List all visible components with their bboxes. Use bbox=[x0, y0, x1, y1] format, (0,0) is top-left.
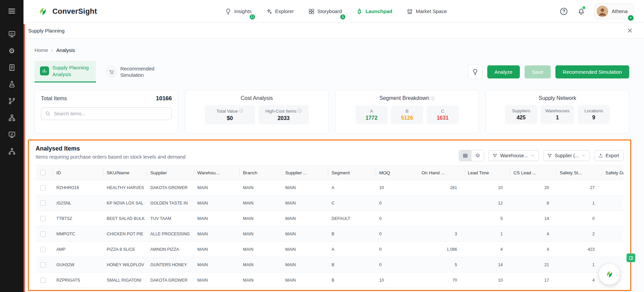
table-controls: Warehouse... Supplier (... Export bbox=[459, 150, 624, 161]
cell: CHICKEN POT PIE bbox=[103, 226, 147, 242]
cell: BEET SALAD BULK bbox=[103, 211, 147, 226]
monitor-check-icon[interactable] bbox=[8, 131, 16, 138]
close-icon[interactable] bbox=[627, 27, 633, 34]
nav-item-launchpad[interactable]: Launchpad bbox=[356, 8, 392, 15]
tabs-row: Supply Planning Analysis Recommended Sim… bbox=[35, 61, 629, 82]
breadcrumb-home[interactable]: Home bbox=[35, 47, 48, 53]
cell: SMALL RIGATONI bbox=[103, 273, 147, 288]
cell: 8 bbox=[510, 195, 556, 211]
export-button[interactable]: Export bbox=[594, 150, 624, 161]
nav-item-explorer[interactable]: Explorer bbox=[266, 8, 294, 15]
save-button[interactable]: Save bbox=[525, 65, 551, 78]
cell: A bbox=[328, 242, 376, 257]
info-icon[interactable]: ⓘ bbox=[239, 108, 243, 114]
column-header[interactable]: ID bbox=[53, 166, 103, 180]
cell: HONEY WILDFLOV bbox=[103, 257, 147, 273]
cell: /G2SNL bbox=[53, 195, 103, 211]
forms-icon[interactable] bbox=[8, 64, 16, 71]
cell bbox=[418, 195, 464, 211]
supplier-filter-dropdown[interactable]: Supplier (... bbox=[543, 150, 590, 161]
row-checkbox[interactable] bbox=[40, 278, 46, 283]
hamburger-menu-icon[interactable] bbox=[8, 7, 15, 15]
column-header[interactable]: Lead Time bbox=[464, 166, 510, 180]
column-header[interactable]: Segment bbox=[328, 166, 376, 180]
column-header[interactable]: Branch bbox=[240, 166, 282, 180]
column-header[interactable]: SKU/Name bbox=[103, 166, 147, 180]
table-row[interactable]: AMPPIZZA 8 SLICEAMNON PIZZAMAINMAINMAINA… bbox=[36, 242, 624, 257]
column-header[interactable]: Safety St... bbox=[556, 166, 602, 180]
cell: 17 bbox=[510, 273, 556, 288]
launchpad-icon bbox=[356, 8, 363, 15]
nav-item-insights[interactable]: Insights 11 bbox=[225, 8, 252, 15]
left-highlight-strip bbox=[23, 24, 25, 292]
stat-value: 9 bbox=[582, 115, 605, 121]
column-header[interactable]: Safety Da... bbox=[602, 166, 624, 180]
info-icon[interactable]: ⓘ bbox=[431, 96, 435, 101]
column-header[interactable]: Warehou... bbox=[194, 166, 240, 180]
row-checkbox[interactable] bbox=[40, 216, 46, 221]
recommended-simulation-button[interactable]: Recommended Simulation bbox=[555, 65, 629, 78]
workflow-icon[interactable] bbox=[8, 97, 16, 105]
analysed-items-table: IDSKU/NameSupplierWarehou...BranchSuppli… bbox=[36, 165, 624, 288]
cell: KP NOVA LOX SAL bbox=[103, 195, 147, 211]
warehouse-filter-dropdown[interactable]: Warehouse... bbox=[488, 150, 539, 161]
tab-recommended-simulation[interactable]: Recommended Simulation bbox=[106, 65, 154, 78]
lab-icon[interactable] bbox=[8, 80, 16, 88]
view-toggle bbox=[459, 150, 484, 161]
cell: MAIN bbox=[282, 242, 328, 257]
table-row[interactable]: GUH32WHONEY WILDFLOVGUNTERS HONEYMAINMAI… bbox=[36, 257, 624, 273]
locations-stat: Locations 9 bbox=[578, 105, 610, 124]
nav-item-market-space[interactable]: Market Space bbox=[406, 8, 447, 15]
cell: 423 bbox=[556, 242, 602, 257]
user-name: Athena bbox=[611, 8, 628, 14]
column-header[interactable]: On Hand ... bbox=[418, 166, 464, 180]
table-view-button[interactable] bbox=[459, 150, 472, 161]
tips-button[interactable] bbox=[468, 64, 483, 79]
table-row[interactable]: RZHHRO16HEALTHY HARVESDAKOTA GROWERMAINM… bbox=[36, 180, 624, 195]
stat-label: C bbox=[431, 109, 454, 114]
select-all-checkbox[interactable] bbox=[40, 170, 46, 175]
table-row[interactable]: MMPOTCCHICKEN POT PIEALLE PROCESSINGMAIN… bbox=[36, 226, 624, 242]
warehouse-filter-label: Warehouse... bbox=[500, 153, 528, 158]
row-checkbox-cell bbox=[36, 211, 53, 226]
table-row[interactable]: RZPRIGATSSMALL RIGATONIDAKOTA GROWERMAIN… bbox=[36, 273, 624, 288]
insights-badge: 11 bbox=[249, 14, 255, 20]
row-checkbox[interactable] bbox=[40, 231, 46, 237]
org-icon[interactable] bbox=[8, 148, 16, 155]
nav-item-storyboard[interactable]: Storyboard 5 bbox=[308, 8, 342, 15]
dashboard-icon[interactable] bbox=[8, 30, 16, 38]
help-icon[interactable] bbox=[559, 7, 568, 16]
tab-supply-planning-analysis[interactable]: Supply Planning Analysis bbox=[35, 61, 96, 82]
top-nav: ConverSight Insights 11 Explorer Storybo… bbox=[23, 0, 644, 23]
cell: 0 bbox=[376, 211, 418, 226]
row-checkbox[interactable] bbox=[40, 185, 46, 190]
card-view-button[interactable] bbox=[472, 150, 484, 161]
table-row[interactable]: /G2SNLKP NOVA LOX SALGOLDEN TASTE INMAIN… bbox=[36, 195, 624, 211]
cell: 21 bbox=[510, 257, 556, 273]
notifications-button[interactable] bbox=[577, 7, 586, 16]
cell: 1 bbox=[556, 195, 602, 211]
column-header[interactable]: MOQ bbox=[376, 166, 418, 180]
table-row[interactable]: TTBTSZBEET SALAD BULKTUV TAAMMAINMAINMAI… bbox=[36, 211, 624, 226]
cell: MAIN bbox=[194, 211, 240, 226]
cell: MAIN bbox=[240, 242, 282, 257]
column-header[interactable]: CS Lead ... bbox=[510, 166, 556, 180]
info-icon[interactable]: ⓘ bbox=[298, 108, 302, 114]
hierarchy-icon[interactable] bbox=[8, 114, 16, 122]
row-checkbox[interactable] bbox=[40, 200, 46, 206]
conversight-logo[interactable]: ConverSight bbox=[37, 5, 97, 17]
cell: 2 bbox=[556, 226, 602, 242]
cell bbox=[602, 180, 624, 195]
side-panel-handle[interactable] bbox=[627, 253, 635, 262]
settings-icon[interactable]: ⚙ bbox=[8, 47, 16, 55]
breadcrumb-separator-icon: › bbox=[51, 48, 53, 53]
column-header[interactable]: Supplier ... bbox=[282, 166, 328, 180]
column-header[interactable]: Supplier bbox=[147, 166, 194, 180]
search-items-input[interactable] bbox=[41, 107, 172, 120]
row-checkbox[interactable] bbox=[40, 247, 46, 252]
row-checkbox[interactable] bbox=[40, 262, 46, 268]
analyze-button[interactable]: Analyze bbox=[487, 65, 520, 78]
cell: 5 bbox=[464, 211, 510, 226]
user-menu[interactable]: Athena ▾ bbox=[594, 4, 634, 19]
assistant-chat-button[interactable] bbox=[599, 264, 620, 285]
